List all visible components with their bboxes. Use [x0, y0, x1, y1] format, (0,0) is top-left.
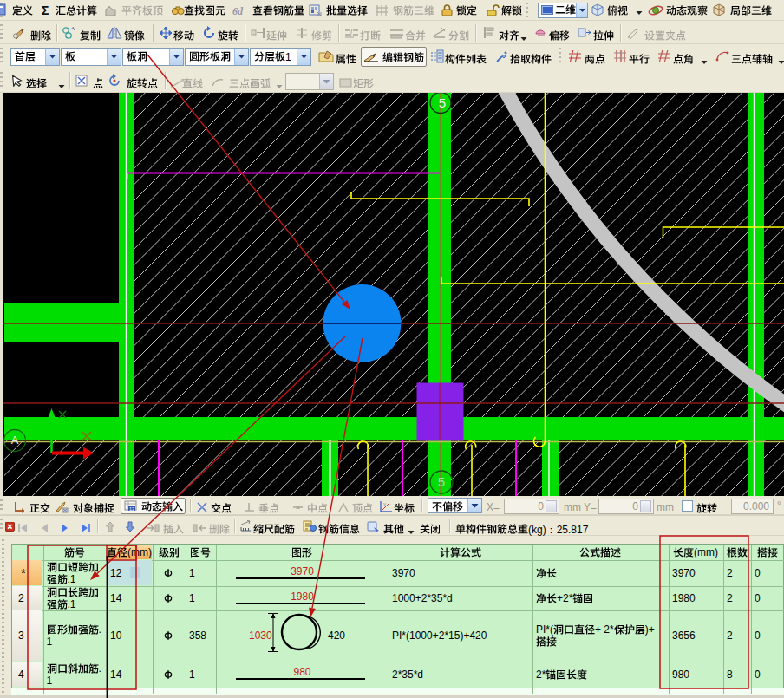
svg-text:y: y	[383, 501, 386, 506]
svg-text:12: 12	[129, 506, 134, 512]
svg-text:A: A	[11, 434, 19, 447]
svg-text:5: 5	[438, 474, 445, 489]
svg-text:5: 5	[439, 95, 446, 110]
